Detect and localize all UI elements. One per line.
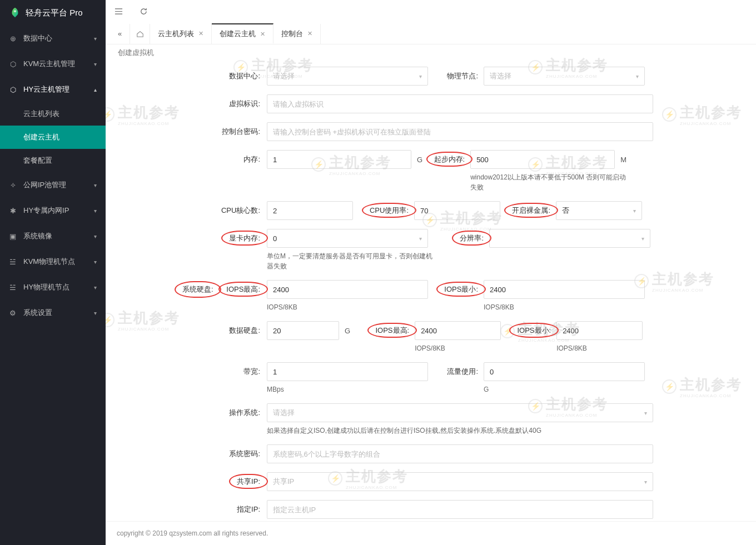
close-icon[interactable]: ✕ xyxy=(198,30,203,37)
label-os: 操作系统: xyxy=(106,403,267,418)
sidebar-sub-create[interactable]: 创建云主机 xyxy=(0,126,106,149)
input-traffic[interactable] xyxy=(484,362,645,381)
network-icon: ✱ xyxy=(9,207,17,214)
label-data-iops-min: IOPS最小: xyxy=(517,326,551,334)
close-icon[interactable]: ✕ xyxy=(260,31,265,38)
sidebar-item-kvmnode[interactable]: ☱ KVM物理机节点 ▾ xyxy=(0,249,106,274)
chevron-down-icon: ▾ xyxy=(644,410,647,416)
label-cpuusage: CPU使用率: xyxy=(370,206,409,214)
select-gpumem[interactable]: 0 ▾ xyxy=(267,229,428,248)
tab-create[interactable]: 创建云主机 ✕ xyxy=(212,23,273,43)
chevron-down-icon: ▾ xyxy=(641,236,644,242)
label-cpucores: CPU核心数: xyxy=(106,201,267,216)
main: « 云主机列表 ✕ 创建云主机 ✕ 控制台 ✕ ⚡主机参考ZHUJICANKAO… xyxy=(106,0,756,545)
input-data-iops-max[interactable] xyxy=(415,321,501,340)
sidebar: 轻舟云平台 Pro ⊕ 数据中心 ▾ ⬡ KVM云主机管理 ▾ ⬡ HY云主机管… xyxy=(0,0,106,545)
input-consolepwd[interactable] xyxy=(267,122,653,141)
label-sysdisk: 系统硬盘: xyxy=(182,284,213,294)
select-os[interactable]: 请选择 ▾ xyxy=(267,403,653,422)
select-shareip[interactable]: 共享IP ▾ xyxy=(267,472,653,491)
form-scroll[interactable]: ⚡主机参考ZHUJICANKAO.COM ⚡主机参考ZHUJICANKAO.CO… xyxy=(106,44,756,521)
tab-hostlist[interactable]: 云主机列表 ✕ xyxy=(150,24,212,44)
input-syspwd[interactable] xyxy=(267,444,653,463)
sidebar-item-hy[interactable]: ⬡ HY云主机管理 ▴ xyxy=(0,77,106,102)
menu-toggle-icon[interactable] xyxy=(115,7,123,16)
input-assignip[interactable] xyxy=(267,500,653,519)
unit-datadisk: G xyxy=(341,327,354,335)
label-vmid: 虚拟标识: xyxy=(106,94,267,109)
input-cpuusage[interactable] xyxy=(414,201,500,220)
sidebar-item-hyip[interactable]: ✱ HY专属内网IP ▾ xyxy=(0,198,106,223)
input-iops-max[interactable] xyxy=(267,280,428,299)
input-vmid[interactable] xyxy=(267,94,653,113)
sidebar-item-datacenter[interactable]: ⊕ 数据中心 ▾ xyxy=(0,26,106,51)
footer: copyright © 2019 qzsystem.com all rights… xyxy=(106,521,756,545)
tabs-bar: « 云主机列表 ✕ 创建云主机 ✕ 控制台 ✕ xyxy=(106,23,756,44)
sidebar-item-hynode[interactable]: ☱ HY物理机节点 ▾ xyxy=(0,274,106,300)
layers-icon: ☱ xyxy=(9,258,17,266)
hint-data-iops-min: IOPS/8KB xyxy=(556,343,643,353)
brand-title: 轻舟云平台 Pro xyxy=(26,8,83,18)
sidebar-sub-hostlist[interactable]: 云主机列表 xyxy=(0,102,106,126)
select-datacenter[interactable]: 请选择 ▾ xyxy=(267,67,428,86)
label-assignip: 指定IP: xyxy=(106,500,267,514)
home-tab-icon[interactable] xyxy=(130,24,150,44)
label-node: 物理节点: xyxy=(428,67,484,81)
create-vm-form: 创建虚拟机 数据中心: 请选择 ▾ 物理节点: 请选择 ▾ 虚 xyxy=(106,47,756,521)
wrench-icon: ✧ xyxy=(9,181,17,189)
refresh-icon[interactable] xyxy=(140,7,148,16)
label-traffic: 流量使用: xyxy=(428,362,484,377)
layers-icon: ☱ xyxy=(9,283,17,291)
label-gpumem: 显卡内存: xyxy=(229,234,260,242)
brand: 轻舟云平台 Pro xyxy=(0,0,106,26)
label-iops-min: IOPS最小: xyxy=(444,285,478,293)
input-data-iops-min[interactable] xyxy=(556,321,643,340)
sidebar-item-settings[interactable]: ⚙ 系统设置 ▾ xyxy=(0,300,106,326)
select-resolution[interactable]: ▾ xyxy=(489,229,650,248)
hint-start-memory: window2012以上版本请不要低于500M 否则可能启动失败 xyxy=(470,172,631,192)
label-data-iops-max: IOPS最高: xyxy=(375,326,409,334)
input-iops-min[interactable] xyxy=(484,280,645,299)
label-bandwidth: 带宽: xyxy=(106,362,267,377)
tabs-prev-icon[interactable]: « xyxy=(110,24,130,44)
gear-icon: ⚙ xyxy=(9,309,17,317)
chevron-down-icon: ▾ xyxy=(636,73,639,79)
sidebar-item-images[interactable]: ▣ 系统镜像 ▾ xyxy=(0,223,106,249)
chevron-down-icon: ▾ xyxy=(94,36,97,42)
input-cpucores[interactable] xyxy=(267,201,353,220)
tab-console[interactable]: 控制台 ✕ xyxy=(273,24,321,44)
cube-icon: ⬡ xyxy=(9,86,17,93)
hint-data-iops-max: IOPS/8KB xyxy=(415,343,501,353)
input-datadisk[interactable] xyxy=(267,321,339,340)
breadcrumb: 创建虚拟机 xyxy=(106,47,756,62)
label-memory: 内存: xyxy=(106,150,267,164)
close-icon[interactable]: ✕ xyxy=(307,30,312,37)
chevron-down-icon: ▾ xyxy=(419,73,422,79)
hint-gpumem: 单位M，一定要清楚服务器是否有可用显卡，否则创建机器失败 xyxy=(267,251,434,271)
input-start-memory[interactable] xyxy=(470,150,615,169)
select-node[interactable]: 请选择 ▾ xyxy=(484,67,645,86)
unit-traffic: G xyxy=(484,384,645,394)
label-consolepwd: 控制台密码: xyxy=(106,122,267,137)
chevron-down-icon: ▾ xyxy=(94,61,97,67)
chevron-down-icon: ▾ xyxy=(94,208,97,214)
chevron-down-icon: ▾ xyxy=(94,233,97,239)
label-resolution: 分辨率: xyxy=(460,234,484,242)
chevron-up-icon: ▴ xyxy=(94,87,97,93)
input-bandwidth[interactable] xyxy=(267,362,428,381)
globe-icon: ⊕ xyxy=(9,34,17,42)
svg-point-0 xyxy=(14,10,16,12)
sidebar-item-kvm[interactable]: ⬡ KVM云主机管理 ▾ xyxy=(0,51,106,77)
label-syspwd: 系统密码: xyxy=(106,444,267,459)
chevron-down-icon: ▾ xyxy=(419,236,422,242)
label-start-memory: 起步内存: xyxy=(434,155,465,163)
input-memory[interactable] xyxy=(267,150,411,169)
unit-start-memory: M xyxy=(617,156,630,164)
select-baremetal[interactable]: 否 ▾ xyxy=(556,201,642,220)
hint-os: 如果选择自定义ISO,创建成功以后请在控制台进行ISO挂载,然后安装操作系统.系… xyxy=(267,426,656,436)
cube-icon: ⬡ xyxy=(9,60,17,68)
unit-memory: G xyxy=(414,156,426,164)
sidebar-sub-package[interactable]: 套餐配置 xyxy=(0,149,106,172)
label-datadisk: 数据硬盘: xyxy=(106,321,267,336)
sidebar-item-ippool[interactable]: ✧ 公网IP池管理 ▾ xyxy=(0,172,106,198)
